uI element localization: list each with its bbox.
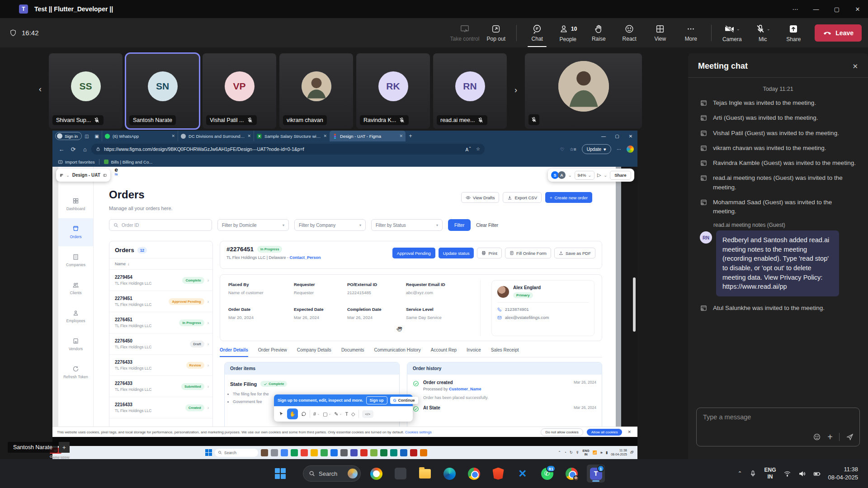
shared-taskbar-app-icon[interactable] [291, 449, 298, 456]
edge-app-icon[interactable] [440, 465, 458, 483]
tray-chevron-icon[interactable]: ⌃ [737, 470, 742, 477]
browser-essentials-icon[interactable]: ♡ [560, 147, 564, 152]
browser-menu-icon[interactable]: ⋯ [617, 147, 621, 152]
approval-pending-button[interactable]: Approval Pending [392, 248, 435, 258]
chat-message-input[interactable]: Type a message + [696, 408, 860, 446]
tray-app-icon[interactable]: ◔ [564, 450, 566, 455]
mic-chevron-icon[interactable]: ⌄ [767, 27, 770, 31]
read-aloud-icon[interactable]: A⌃ [465, 146, 472, 152]
bills-bookmark[interactable]: Bills | Billing and Co... [104, 160, 152, 164]
notification-icon[interactable]: 🗗 [630, 450, 634, 455]
text-tool-icon[interactable]: T [345, 411, 348, 417]
fill-online-form-button[interactable]: Fill Online Form [505, 248, 551, 258]
page-scrollbar[interactable] [633, 277, 636, 332]
save-as-pdf-button[interactable]: Save as PDF [554, 248, 595, 258]
tab-invoice[interactable]: Invoice [467, 347, 481, 357]
browser-close-icon[interactable]: ✕ [624, 131, 637, 141]
participant-tile[interactable]: SS Shivani Sup... [49, 53, 123, 129]
deny-cookies-button[interactable]: Do not allow cookies [541, 428, 583, 436]
tab-order-preview[interactable]: Order Preview [258, 347, 287, 357]
dev-mode-icon[interactable]: </> [362, 410, 374, 418]
view-drafts-button[interactable]: View Drafts [461, 192, 499, 203]
tab-documents[interactable]: Documents [341, 347, 364, 357]
order-row[interactable]: 2279454 TL Flex Holdings LLC Complete › [109, 270, 212, 291]
copilot-app-icon[interactable] [367, 465, 385, 483]
tab-close-icon[interactable]: ✕ [324, 134, 327, 138]
order-id-search-input[interactable]: Order ID [109, 219, 212, 231]
pop-out-button[interactable]: Pop out [482, 20, 510, 46]
frame-tool-icon[interactable]: #⌄ [313, 411, 320, 417]
chevron-down-icon[interactable]: ⌄ [568, 173, 572, 178]
shared-taskbar-app-icon[interactable] [311, 449, 318, 456]
participant-tile[interactable]: VP Vishal Patil ... [203, 53, 276, 129]
order-row[interactable]: 2276450 TL Flex Holdings LLC Draft › [109, 333, 212, 355]
tray-mic-icon[interactable] [749, 470, 757, 478]
present-icon[interactable]: ▷ [597, 172, 601, 178]
clear-filter-button[interactable]: Clear Filter [476, 223, 498, 228]
order-row[interactable]: 2276433 TL Flex Holdings LLC Review › [109, 355, 212, 376]
people-button[interactable]: 10 People [554, 20, 582, 46]
contact-person-link[interactable]: Contact_Person [290, 255, 321, 260]
participant-tile[interactable]: vikram chavan [279, 53, 353, 129]
shared-taskbar-app-icon[interactable] [301, 449, 308, 456]
chrome-profile-app-icon[interactable] [562, 465, 580, 483]
shared-taskbar-app-icon[interactable] [340, 449, 348, 456]
emoji-icon[interactable] [813, 433, 821, 441]
favorite-star-icon[interactable]: ☆ [476, 146, 480, 151]
browser-restore-icon[interactable]: ▢ [610, 131, 624, 141]
import-favorites-bookmark[interactable]: Import favorites [58, 160, 94, 164]
previous-participants-icon[interactable]: ‹ [34, 81, 46, 97]
shared-taskbar-app-icon[interactable] [350, 449, 358, 456]
filter-company-dropdown[interactable]: Filter by Company▾ [294, 219, 366, 231]
tab-account-rep[interactable]: Account Rep [431, 347, 457, 357]
mic-button[interactable]: ⌄ Mic [749, 20, 777, 46]
taskbar-clock[interactable]: 11:3808-04-2025 [828, 465, 859, 481]
shape-tool-icon[interactable]: ▢⌄ [323, 411, 331, 417]
print-button[interactable]: Print [477, 248, 502, 258]
brave-app-icon[interactable] [489, 465, 507, 483]
chat-close-icon[interactable]: ✕ [852, 62, 858, 70]
shared-taskbar-app-icon[interactable] [261, 449, 268, 456]
tab-actions-icon[interactable]: ▣ [92, 132, 102, 140]
orders-column-header[interactable]: Name↓ [109, 258, 212, 270]
home-icon[interactable]: ⌂ [80, 144, 90, 155]
shared-taskbar-app-icon[interactable] [271, 449, 278, 456]
maximize-icon[interactable]: ▢ [826, 0, 847, 18]
collaborator-avatar[interactable]: A [558, 171, 566, 179]
favorites-bar-icon[interactable]: ☆≡ [570, 147, 576, 152]
tray-mic-icon[interactable]: 🎙 [576, 450, 580, 455]
order-row[interactable]: 2216433 TL Flex Holdings LLC Created › [109, 397, 212, 418]
sidebar-item-dashboard[interactable]: Dashboard [58, 190, 93, 218]
attach-plus-icon[interactable]: + [827, 432, 833, 441]
export-csv-button[interactable]: Export CSV [503, 192, 542, 203]
camera-chevron-icon[interactable]: ⌄ [736, 27, 740, 31]
cookie-close-icon[interactable]: ✕ [626, 430, 633, 434]
browser-tab[interactable]: Design - UAT - Figma ✕ [330, 131, 406, 141]
whatsapp-app-icon[interactable]: ✆ 81 [538, 465, 556, 483]
order-row[interactable]: 2276433 TL Flex Holdings LLC Submitted › [109, 376, 212, 397]
battery-icon[interactable] [813, 470, 821, 478]
sidebar-item-orders[interactable]: Orders [58, 218, 93, 246]
window-more-icon[interactable]: ⋯ [785, 0, 806, 18]
raise-hand-button[interactable]: Raise [585, 20, 613, 46]
tab-communication-history[interactable]: Communication History [374, 347, 420, 357]
teams-app-icon[interactable]: T 1 [587, 465, 605, 483]
start-button[interactable] [271, 465, 289, 483]
move-tool-icon[interactable] [278, 411, 284, 417]
tab-close-icon[interactable]: ✕ [400, 134, 403, 138]
refresh-icon[interactable]: ⟳ [68, 144, 79, 155]
zoom-level-dropdown[interactable]: 94%⌄ [575, 171, 595, 180]
pen-tool-icon[interactable]: ✎⌄ [334, 411, 342, 417]
shared-taskbar-app-icon[interactable] [390, 449, 397, 456]
shared-taskbar-app-icon[interactable] [380, 449, 387, 456]
tray-chevron-icon[interactable]: ⌃ [558, 450, 561, 455]
chevron-down-icon[interactable]: ⌄ [66, 173, 70, 178]
sidebar-item-clients[interactable]: Clients [58, 274, 93, 302]
send-icon[interactable] [846, 433, 854, 441]
camera-button[interactable]: ⌄ Camera [718, 20, 746, 46]
leave-button[interactable]: Leave [815, 24, 862, 42]
create-new-order-button[interactable]: + Create new order [545, 192, 592, 203]
order-row[interactable]: 2276451 TL Flex Holdings LLC In Progress… [109, 312, 212, 333]
apply-filter-button[interactable]: Filter [448, 219, 471, 231]
shared-taskbar-app-icon[interactable] [281, 449, 288, 456]
